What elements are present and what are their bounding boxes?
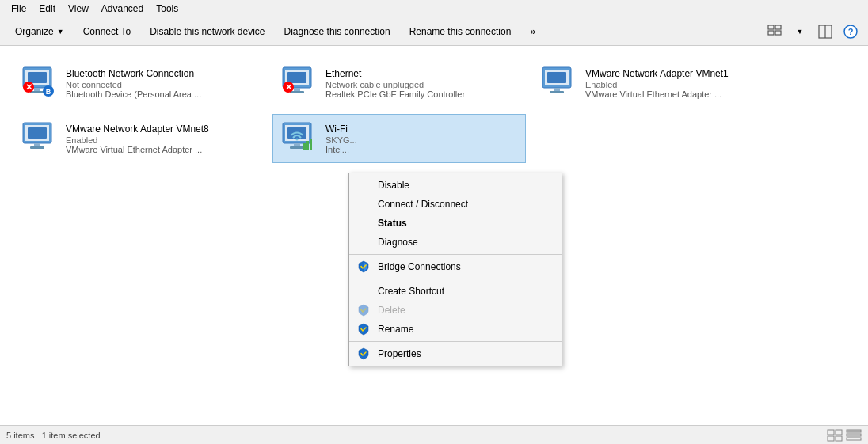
preview-pane-icon [818, 25, 832, 39]
svg-text:B: B [46, 88, 51, 96]
ctx-separator-2 [349, 279, 562, 279]
menu-file[interactable]: File [5, 2, 32, 16]
svg-rect-21 [287, 72, 306, 83]
context-menu: Disable Connect / Disconnect Status Diag… [348, 173, 562, 366]
net-name-bluetooth: Bluetooth Network Connection [66, 68, 259, 79]
net-icon-bluetooth: ✕ B [20, 64, 58, 102]
svg-rect-0 [768, 25, 774, 29]
svg-rect-42 [310, 139, 312, 150]
status-icons [827, 429, 862, 442]
svg-text:?: ? [848, 27, 854, 36]
net-status-bluetooth: Not connected [66, 80, 259, 89]
svg-point-39 [296, 139, 299, 141]
svg-rect-40 [303, 143, 306, 150]
menu-advanced[interactable]: Advanced [95, 2, 150, 16]
ctx-rename[interactable]: Rename [349, 320, 562, 339]
view-arrow-button[interactable]: ▼ [789, 21, 811, 43]
view-icon-button[interactable] [763, 21, 786, 43]
net-status-wifi: SKYG... [326, 135, 519, 145]
help-icon: ? [843, 25, 858, 39]
ctx-separator-3 [349, 341, 562, 342]
net-info-wifi: Wi-Fi SKYG... Intel... [326, 123, 519, 154]
disable-button[interactable]: Disable this network device [141, 22, 273, 41]
svg-rect-49 [847, 438, 861, 440]
rename-button[interactable]: Rename this connection [401, 22, 520, 41]
svg-rect-27 [550, 91, 564, 93]
bridge-shield-icon [357, 260, 370, 273]
net-adapter-vmnet1: VMware Virtual Ethernet Adapter ... [585, 89, 779, 99]
svg-rect-48 [847, 434, 861, 436]
properties-shield-icon [357, 347, 370, 360]
menu-tools[interactable]: Tools [150, 2, 185, 16]
svg-rect-46 [836, 436, 842, 441]
net-adapter-wifi: Intel... [326, 145, 519, 154]
net-info-vmnet8: VMware Network Adapter VMnet8 Enabled VM… [66, 123, 259, 154]
svg-rect-20 [290, 91, 304, 93]
net-icon-ethernet: ✕ [280, 64, 318, 102]
menu-bar: File Edit View Advanced Tools [0, 0, 868, 17]
net-adapter-ethernet: Realtek PCIe GbE Family Controller [326, 89, 519, 99]
net-info-ethernet: Ethernet Network cable unplugged Realtek… [326, 68, 519, 99]
net-name-vmnet1: VMware Network Adapter VMnet1 [585, 68, 779, 79]
diagnose-button[interactable]: Diagnose this connection [276, 22, 399, 41]
ctx-delete[interactable]: Delete [349, 301, 562, 320]
svg-rect-3 [775, 31, 781, 35]
net-icon-vmnet1 [539, 64, 577, 102]
net-item-vmnet1[interactable]: VMware Network Adapter VMnet1 Enabled VM… [532, 59, 786, 108]
menu-view[interactable]: View [62, 2, 95, 16]
svg-rect-45 [828, 436, 834, 441]
net-info-vmnet1: VMware Network Adapter VMnet1 Enabled VM… [585, 68, 779, 99]
organize-arrow-icon: ▼ [57, 28, 64, 36]
ctx-diagnose[interactable]: Diagnose [349, 233, 562, 252]
preview-pane-button[interactable] [814, 21, 836, 43]
svg-text:✕: ✕ [285, 82, 292, 92]
svg-rect-41 [306, 141, 309, 150]
help-button[interactable]: ? [839, 21, 862, 43]
svg-rect-12 [28, 72, 47, 83]
content-area: ✕ B Bluetooth Network Connection Not con… [0, 46, 868, 425]
net-name-vmnet8: VMware Network Adapter VMnet8 [66, 123, 259, 135]
net-item-bluetooth[interactable]: ✕ B Bluetooth Network Connection Not con… [13, 59, 266, 108]
rename-shield-icon [357, 323, 370, 336]
net-info-bluetooth: Bluetooth Network Connection Not connect… [66, 68, 259, 99]
ctx-bridge-connections[interactable]: Bridge Connections [349, 257, 562, 276]
toolbar-right-icons: ▼ ? [763, 21, 862, 43]
net-adapter-bluetooth: Bluetooth Device (Personal Area ... [66, 89, 259, 99]
net-name-ethernet: Ethernet [326, 68, 519, 79]
net-item-ethernet[interactable]: ✕ Ethernet Network cable unplugged Realt… [272, 59, 526, 108]
svg-rect-44 [836, 430, 842, 435]
status-bar: 5 items 1 item selected [0, 425, 868, 444]
svg-rect-47 [847, 430, 861, 432]
svg-rect-33 [28, 127, 47, 139]
ctx-disable[interactable]: Disable [349, 176, 562, 195]
net-status-vmnet1: Enabled [585, 80, 779, 89]
connect-to-button[interactable]: Connect To [74, 22, 140, 41]
svg-rect-28 [547, 72, 566, 83]
status-view-icon [827, 429, 843, 442]
net-icon-wifi [280, 120, 318, 157]
toolbar: Organize ▼ Connect To Disable this netwo… [0, 17, 868, 46]
ctx-properties[interactable]: Properties [349, 344, 562, 363]
svg-rect-11 [30, 91, 44, 93]
svg-rect-2 [768, 31, 774, 35]
svg-text:✕: ✕ [25, 82, 32, 92]
net-item-vmnet8[interactable]: VMware Network Adapter VMnet8 Enabled VM… [13, 114, 266, 163]
organize-button[interactable]: Organize ▼ [6, 22, 73, 41]
status-list-icon [846, 429, 862, 442]
menu-edit[interactable]: Edit [32, 2, 62, 16]
delete-shield-icon [357, 304, 370, 317]
more-button[interactable]: » [521, 22, 544, 41]
svg-rect-32 [30, 146, 44, 149]
net-adapter-vmnet8: VMware Virtual Ethernet Adapter ... [66, 145, 259, 154]
ctx-connect-disconnect[interactable]: Connect / Disconnect [349, 195, 562, 214]
net-name-wifi: Wi-Fi [326, 123, 519, 135]
view-icon [767, 25, 782, 39]
view-arrow-icon: ▼ [797, 28, 804, 36]
ctx-status[interactable]: Status [349, 214, 562, 233]
status-count: 5 items 1 item selected [6, 431, 101, 440]
net-icon-vmnet8 [20, 120, 58, 157]
net-status-vmnet8: Enabled [66, 135, 259, 145]
ctx-separator-1 [349, 254, 562, 255]
ctx-create-shortcut[interactable]: Create Shortcut [349, 282, 562, 301]
net-item-wifi[interactable]: Wi-Fi SKYG... Intel... [272, 114, 526, 163]
